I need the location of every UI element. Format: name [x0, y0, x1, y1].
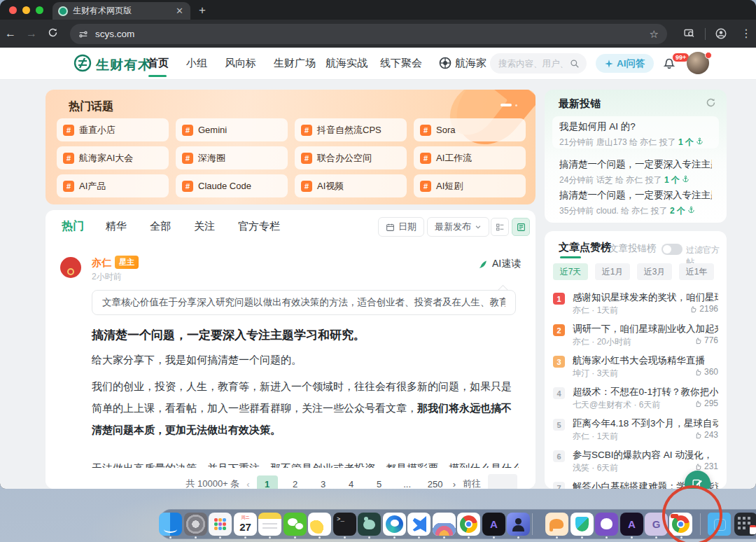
close-window-button[interactable] — [9, 6, 17, 14]
dock-calendar-icon[interactable]: 周二27 — [234, 513, 257, 536]
nav-item-vane[interactable]: 风向标 — [225, 57, 256, 70]
date-filter-button[interactable]: 日期 — [378, 217, 424, 237]
topic-chip[interactable]: #深海圈 — [176, 146, 288, 169]
search-input[interactable] — [497, 58, 570, 69]
ranking-item[interactable]: 2 调研一下，咱们星球副业收入加起来还没 亦仁 · 20小时前 776 — [553, 323, 718, 349]
nav-item-groups[interactable]: 小组 — [186, 57, 207, 70]
dock-terminal-icon[interactable]: >_ — [333, 513, 356, 536]
next-page-icon[interactable]: › — [453, 479, 456, 489]
dock-launchpad-icon[interactable] — [209, 513, 232, 536]
topic-chip[interactable]: #Claude Code — [176, 174, 288, 197]
site-logo-icon[interactable] — [74, 54, 92, 75]
sort-dropdown[interactable]: 最新发布 — [427, 217, 489, 237]
page-button-3[interactable]: 3 — [313, 475, 334, 489]
dock-github-icon[interactable] — [595, 513, 618, 536]
nav-item-voyage[interactable]: 航海实战 — [326, 57, 368, 70]
ranking-item[interactable]: 3 航海家小红书大会现场精华直播 坤汀 · 3天前 360 — [553, 354, 718, 381]
search-icon[interactable] — [570, 59, 580, 69]
topic-chip[interactable]: #AI视频 — [295, 174, 407, 197]
page-button-2[interactable]: 2 — [285, 475, 306, 489]
forward-icon[interactable]: → — [21, 27, 42, 40]
range-1y[interactable]: 近1年 — [679, 263, 714, 280]
new-tab-button[interactable]: + — [199, 4, 206, 18]
prev-page-icon[interactable]: ‹ — [246, 479, 249, 489]
zoom-window-button[interactable] — [36, 6, 43, 14]
feed-tab-follow[interactable]: 关注 — [194, 220, 215, 233]
page-button-ellipsis[interactable]: 5 — [369, 475, 390, 489]
topic-chip[interactable]: #垂直小店 — [57, 118, 169, 141]
topic-chip[interactable]: #AI产品 — [57, 174, 169, 197]
tab-search-icon[interactable] — [683, 27, 695, 41]
range-3m[interactable]: 近3月 — [637, 263, 672, 280]
page-button-1[interactable]: 1 — [257, 475, 278, 489]
browser-tab[interactable]: 生财有术网页版 ✕ — [52, 2, 190, 20]
range-7d[interactable]: 近7天 — [553, 263, 588, 280]
ai-read-button[interactable]: AI速读 — [478, 258, 521, 270]
list-view-toggle[interactable] — [491, 218, 509, 236]
address-bar[interactable]: scys.com ☆ — [70, 24, 667, 44]
dock-a-purple-app-icon[interactable]: A — [620, 513, 643, 536]
topic-chip[interactable]: #Gemini — [176, 118, 288, 141]
dock-lazycat-icon[interactable] — [358, 513, 381, 536]
topic-chip[interactable]: #航海家AI大会 — [57, 146, 169, 169]
topic-chip[interactable]: #AI工作流 — [414, 146, 526, 169]
feed-tab-essence[interactable]: 精华 — [106, 220, 127, 233]
dock-settings-icon[interactable] — [184, 513, 207, 536]
range-1m[interactable]: 近1月 — [595, 263, 630, 280]
page-button-250[interactable]: 250 — [425, 475, 446, 489]
dock-finder-icon[interactable] — [159, 513, 182, 536]
anchor-item[interactable]: 搞清楚一个问题，一定要深入专注主题学... 24分钟前 话芝 给 亦仁 投了 1… — [552, 154, 719, 186]
dock-wechat-icon[interactable] — [284, 513, 307, 536]
nav-item-plaza[interactable]: 生财广场 — [274, 57, 316, 70]
ranking-item[interactable]: 5 距离今年4.18 不到3个月，星球自动跳出 亦仁 · 1天前 243 — [553, 417, 718, 444]
topic-chip[interactable]: #抖音自然流CPS — [295, 118, 407, 141]
nav-item-navigator[interactable]: 航海家 — [455, 57, 486, 70]
dock-notes-icon[interactable] — [258, 513, 281, 536]
bookmark-star-icon[interactable]: ☆ — [650, 28, 659, 41]
card-view-toggle[interactable] — [512, 218, 530, 236]
ai-qa-button[interactable]: AI问答 — [596, 54, 654, 73]
ranking-tab-likes[interactable]: 文章点赞榜 — [559, 241, 611, 254]
refresh-icon[interactable] — [706, 97, 716, 111]
tab-close-icon[interactable]: ✕ — [174, 6, 185, 16]
nav-item-meetup[interactable]: 线下聚会 — [380, 57, 422, 70]
post-author-avatar[interactable] — [60, 257, 81, 278]
dock-vscode-icon[interactable] — [407, 513, 430, 536]
minimize-window-button[interactable] — [22, 6, 30, 14]
anchor-item[interactable]: 我是如何用 AI 的? 21分钟前 唐山173 给 亦仁 投了 1 个 — [552, 116, 719, 148]
page-button-4[interactable]: 4 — [341, 475, 362, 489]
ranking-item[interactable]: 1 感谢知识星球发来的奖状，咱们星球再次 亦仁 · 1天前 2196 — [553, 291, 718, 318]
dock-shield-app-icon[interactable] — [570, 513, 594, 536]
post-title[interactable]: 搞清楚一个问题，一定要深入专注主题学习和研究。 — [92, 327, 519, 343]
site-logo-text[interactable]: 生财有术 — [96, 56, 152, 74]
browser-profile-icon[interactable] — [715, 27, 727, 43]
topic-chip[interactable]: #Sora — [414, 118, 526, 141]
topic-chip[interactable]: #AI短剧 — [414, 174, 526, 197]
dock-edge-icon[interactable] — [383, 513, 406, 536]
page-button-more[interactable]: ... — [397, 475, 418, 489]
browser-menu-icon[interactable]: ⋮ — [741, 27, 752, 40]
ranking-item[interactable]: 4 超级术：不想在0-1打转？教你把小项目 七天@生财有术 · 6天前 295 — [553, 386, 718, 412]
filter-official-toggle[interactable] — [662, 244, 682, 255]
topic-chip[interactable]: #联合办公空间 — [295, 146, 407, 169]
feed-tab-official[interactable]: 官方专栏 — [238, 220, 280, 233]
page-goto-input[interactable] — [488, 474, 517, 489]
dock-arc-browser-icon[interactable] — [433, 513, 456, 536]
nav-item-home[interactable]: 首页 — [148, 57, 169, 70]
feed-tab-hot[interactable]: 热门 — [62, 219, 84, 234]
reload-icon[interactable] — [42, 27, 63, 41]
navigator-helm-icon[interactable] — [438, 56, 452, 73]
dock-qq-music-icon[interactable]: ♪ — [308, 513, 331, 536]
ranking-tab-anchors[interactable]: 文章投锚榜 — [609, 242, 657, 255]
post-author-name[interactable]: 亦仁 — [92, 257, 111, 270]
dock-elephant-app-icon[interactable] — [545, 513, 568, 536]
dock-chrome-icon[interactable] — [457, 513, 480, 536]
search-box[interactable] — [490, 53, 587, 74]
feed-tab-all[interactable]: 全部 — [150, 220, 171, 233]
collapse-dash-icon[interactable] — [500, 104, 512, 106]
site-settings-icon[interactable] — [78, 29, 88, 39]
dock-widget-grid-icon[interactable] — [734, 513, 756, 536]
dock-contacts-app-icon[interactable] — [507, 513, 530, 536]
anchor-item[interactable]: 搞清楚一个问题，一定要深入专注主题学... 35分钟前 cloud. 给 亦仁 … — [552, 185, 719, 217]
dock-a-dark-app-icon[interactable]: A — [482, 513, 505, 536]
